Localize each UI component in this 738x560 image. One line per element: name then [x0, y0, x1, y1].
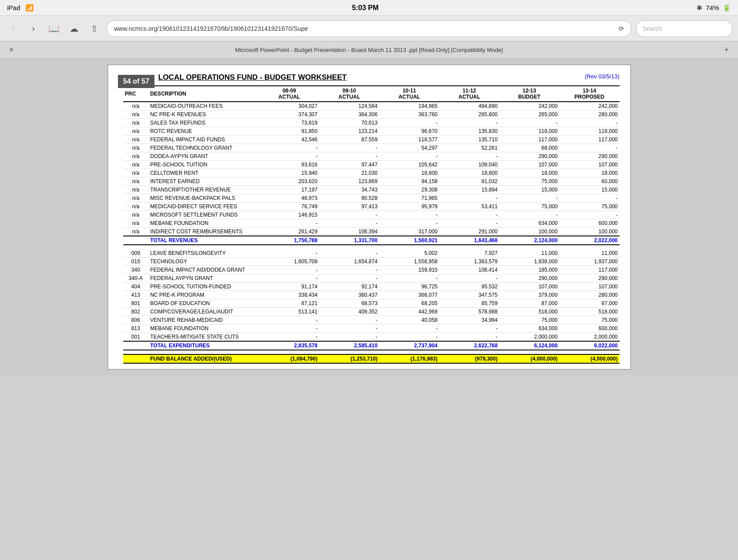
- c3-cell: 105,642: [379, 161, 439, 169]
- c2-cell: -: [319, 266, 379, 274]
- c4-cell: 7,927: [439, 249, 499, 258]
- back-button[interactable]: ‹: [5, 21, 21, 37]
- c2-cell: -: [319, 316, 379, 324]
- total-rev-c4: 1,643,468: [439, 236, 499, 245]
- battery-icon: 🔋: [723, 4, 731, 12]
- col-0910-header: 09-10ACTUAL: [319, 86, 379, 102]
- search-box[interactable]: Search: [636, 20, 733, 37]
- c3-cell: -: [379, 333, 439, 342]
- col-prc-header: PRC: [123, 86, 149, 102]
- expenditure-row: 806 VENTURE REHAB-MEDICAID - - 40,058 34…: [123, 316, 620, 324]
- search-placeholder: Search: [643, 25, 662, 32]
- slide-rev: (Rev 03/5/13): [585, 73, 620, 80]
- forward-button[interactable]: ›: [26, 21, 41, 37]
- c6-cell: 107,000: [559, 161, 619, 169]
- total-exp-c1: 2,835,578: [259, 341, 319, 350]
- cloud-button[interactable]: ☁: [66, 21, 82, 37]
- c4-cell: 15,894: [439, 186, 499, 194]
- c2-cell: -: [319, 152, 379, 161]
- prc-cell: 015: [123, 258, 149, 266]
- c3-cell: -: [379, 324, 439, 333]
- desc-cell: FEDERAL IMPACT AID/DODEA GRANT: [148, 266, 259, 274]
- c5-cell: -: [499, 119, 559, 127]
- desc-cell: NC PRE-K PROGRAM: [148, 291, 259, 299]
- c6-cell: 18,000: [559, 169, 619, 177]
- revenue-row: n/a ROTC REVENUE 91,850 123,214 96,670 1…: [123, 127, 620, 136]
- revenue-row: n/a FEDERAL TECHNOLOGY GRANT - - 54,297 …: [123, 144, 620, 152]
- c3-cell: 71,965: [379, 194, 439, 203]
- col-1314-header: 13-14PROPOSED: [559, 86, 619, 102]
- c5-cell: -: [499, 211, 559, 219]
- prc-cell: 404: [123, 283, 149, 291]
- c5-cell: 100,000: [499, 228, 559, 236]
- revenue-row: n/a MEDICAID-OUTREACH FEES 304,027 124,5…: [123, 102, 620, 111]
- c1-cell: -: [259, 324, 319, 333]
- desc-cell: MEBANE FOUNDATION: [148, 324, 259, 333]
- col-0809-header: 08-09ACTUAL: [259, 86, 319, 102]
- c6-cell: 15,000: [559, 186, 619, 194]
- expenditure-row: 340-A FEDERAL AYPYN GRANT - - - - 290,00…: [123, 274, 620, 283]
- browser-toolbar: ‹ › 📖 ☁ ⇧ www.ncmcs.org/1906101231419216…: [0, 16, 738, 41]
- expenditure-row: 001 TEACHERS-MITIGATE STATE CUTS - - - -…: [123, 333, 620, 342]
- c4-cell: 18,600: [439, 169, 499, 177]
- total-exp-c5: 6,124,000: [499, 341, 559, 350]
- prc-cell: 806: [123, 316, 149, 324]
- prc-cell: n/a: [123, 102, 149, 111]
- share-button[interactable]: ⇧: [86, 21, 102, 37]
- c2-cell: 1,654,874: [319, 258, 379, 266]
- c1-cell: -: [259, 144, 319, 152]
- c1-cell: 76,749: [259, 203, 319, 211]
- url-text: www.ncmcs.org/190610123141921670/lib/190…: [114, 25, 308, 32]
- c4-cell: 85,759: [439, 299, 499, 308]
- c1-cell: 15,940: [259, 169, 319, 177]
- c3-cell: -: [379, 274, 439, 283]
- prc-cell: n/a: [123, 186, 149, 194]
- total-rev-prc: [123, 236, 149, 245]
- prc-cell: n/a: [123, 136, 149, 144]
- c4-cell: 265,800: [439, 111, 499, 119]
- fund-bal-c5: (4,000,000): [499, 354, 559, 363]
- c5-cell: 15,000: [499, 186, 559, 194]
- c1-cell: 73,619: [259, 119, 319, 127]
- c1-cell: 374,307: [259, 111, 319, 119]
- c4-cell: 81,032: [439, 177, 499, 186]
- c2-cell: 68,573: [319, 299, 379, 308]
- c5-cell: 379,000: [499, 291, 559, 299]
- fund-bal-c3: (1,176,983): [379, 354, 439, 363]
- c5-cell: 634,000: [499, 219, 559, 228]
- bookmarks-button[interactable]: 📖: [46, 21, 62, 37]
- status-time: 5:03 PM: [352, 4, 378, 12]
- revenue-row: n/a NC PRE-K REVENUES 374,307 364,306 36…: [123, 111, 620, 119]
- desc-cell: FEDERAL IMPACT AID FUNDS: [148, 136, 259, 144]
- c1-cell: -: [259, 152, 319, 161]
- c3-cell: 40,058: [379, 316, 439, 324]
- address-bar[interactable]: www.ncmcs.org/190610123141921670/lib/190…: [106, 20, 632, 37]
- c3-cell: 96,670: [379, 127, 439, 136]
- c4-cell: 484,890: [439, 102, 499, 111]
- c5-cell: 87,000: [499, 299, 559, 308]
- c4-cell: 109,040: [439, 161, 499, 169]
- tab-close-button[interactable]: ×: [5, 45, 18, 55]
- c2-cell: 80,528: [319, 194, 379, 203]
- prc-cell: 802: [123, 308, 149, 316]
- desc-cell: COMP/COVERAGE/LEGAL/AUDIT: [148, 308, 259, 316]
- revenue-row: n/a SALES TAX REFUNDS 73,619 70,613 - - …: [123, 119, 620, 127]
- tab-add-button[interactable]: +: [720, 45, 733, 55]
- c1-cell: 1,805,708: [259, 258, 319, 266]
- c6-cell: 117,000: [559, 266, 619, 274]
- total-exp-prc: [123, 341, 149, 350]
- c5-cell: 107,000: [499, 283, 559, 291]
- prc-cell: n/a: [123, 194, 149, 203]
- desc-cell: MEDICAID-DIRECT SERVICE FEES: [148, 203, 259, 211]
- c6-cell: 518,000: [559, 308, 619, 316]
- c4-cell: 108,414: [439, 266, 499, 274]
- reload-icon[interactable]: ⟳: [619, 25, 624, 32]
- prc-cell: n/a: [123, 119, 149, 127]
- c6-cell: 118,000: [559, 127, 619, 136]
- c6-cell: -: [559, 211, 619, 219]
- c3-cell: 194,965: [379, 102, 439, 111]
- c5-cell: 11,000: [499, 249, 559, 258]
- tab-bar: × Microsoft PowerPoint - Budget Presenta…: [0, 41, 738, 59]
- c6-cell: -: [559, 119, 619, 127]
- expenditure-row: 802 COMP/COVERAGE/LEGAL/AUDIT 513,141 40…: [123, 308, 620, 316]
